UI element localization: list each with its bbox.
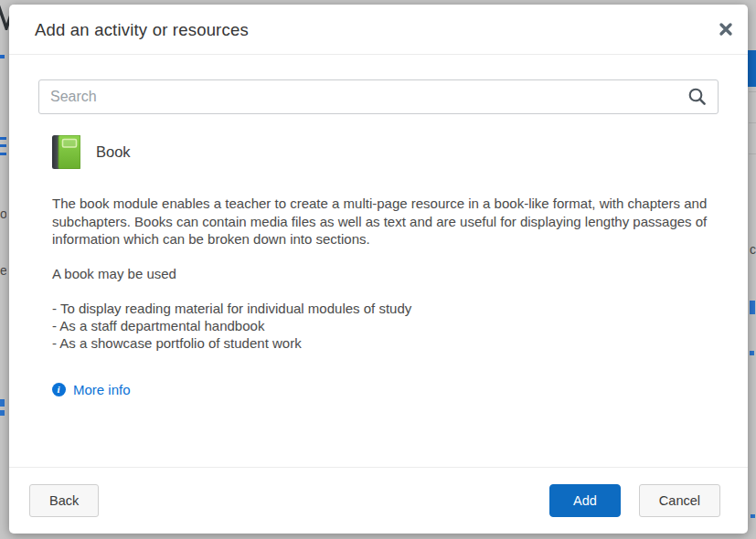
activity-detail: Book The book module enables a teacher t… xyxy=(38,134,719,397)
usage-list: - To display reading material for indivi… xyxy=(52,300,719,353)
cancel-button[interactable]: Cancel xyxy=(639,484,720,517)
background-fragment xyxy=(0,410,5,416)
back-button[interactable]: Back xyxy=(29,484,99,517)
background-fragment xyxy=(0,399,5,407)
more-info-label: More info xyxy=(73,382,131,397)
background-text-fragment: e xyxy=(0,266,6,277)
background-fragment xyxy=(750,351,754,355)
usage-item: - As a staff departmental handbook xyxy=(52,317,719,334)
usage-item: - To display reading material for indivi… xyxy=(52,300,719,317)
background-fragment xyxy=(749,122,756,123)
background-fragment xyxy=(0,153,6,155)
background-fragment xyxy=(751,514,755,518)
close-button[interactable] xyxy=(714,17,738,41)
modal-body: Book The book module enables a teacher t… xyxy=(9,55,748,467)
usage-intro: A book may be used xyxy=(52,265,719,283)
search-row xyxy=(38,79,719,114)
background-text-fragment: c xyxy=(750,245,756,256)
activity-header: Book xyxy=(52,134,719,169)
background-fragment xyxy=(0,137,6,140)
activity-name: Book xyxy=(96,143,131,161)
background-fragment xyxy=(0,144,6,147)
usage-item: - As a showcase portfolio of student wor… xyxy=(52,334,719,352)
close-icon xyxy=(718,21,734,37)
background-fragment xyxy=(750,301,755,314)
background-fragment xyxy=(749,91,756,92)
modal-footer: Back Add Cancel xyxy=(9,467,748,534)
background-fragment xyxy=(0,55,5,58)
background-text-fragment: o xyxy=(0,209,6,220)
modal-title: Add an activity or resources xyxy=(35,20,702,40)
search-icon xyxy=(687,87,708,107)
activity-description: The book module enables a teacher to cre… xyxy=(52,195,719,248)
more-info-link[interactable]: i More info xyxy=(52,382,131,397)
add-activity-modal: Add an activity or resources xyxy=(9,5,748,534)
add-button[interactable]: Add xyxy=(549,484,621,517)
background-button-fragment xyxy=(748,50,756,87)
background-fragment xyxy=(749,153,756,154)
info-icon: i xyxy=(52,383,66,396)
modal-header: Add an activity or resources xyxy=(9,5,748,55)
book-icon xyxy=(52,135,80,169)
search-input[interactable] xyxy=(38,79,719,114)
